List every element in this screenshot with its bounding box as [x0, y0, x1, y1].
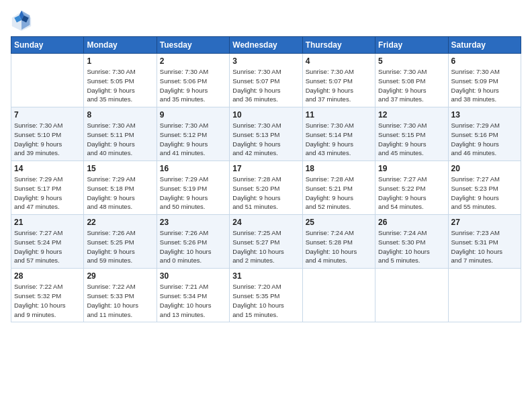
day-info: Sunrise: 7:30 AM Sunset: 5:10 PM Dayligh… — [14, 121, 81, 158]
calendar-cell — [448, 269, 521, 322]
day-info: Sunrise: 7:30 AM Sunset: 5:12 PM Dayligh… — [160, 121, 226, 158]
day-info: Sunrise: 7:30 AM Sunset: 5:07 PM Dayligh… — [232, 67, 299, 104]
day-info: Sunrise: 7:30 AM Sunset: 5:07 PM Dayligh… — [306, 67, 372, 104]
calendar-cell: 31Sunrise: 7:20 AM Sunset: 5:35 PM Dayli… — [230, 269, 302, 322]
calendar-cell: 4Sunrise: 7:30 AM Sunset: 5:07 PM Daylig… — [302, 54, 375, 107]
calendar-cell: 29Sunrise: 7:22 AM Sunset: 5:33 PM Dayli… — [84, 269, 157, 322]
header-day-thursday: Thursday — [302, 37, 375, 54]
calendar-cell: 19Sunrise: 7:27 AM Sunset: 5:22 PM Dayli… — [375, 161, 448, 215]
day-number: 21 — [14, 218, 81, 227]
day-info: Sunrise: 7:30 AM Sunset: 5:14 PM Dayligh… — [306, 121, 372, 158]
day-number: 2 — [160, 56, 226, 66]
page: SundayMondayTuesdayWednesdayThursdayFrid… — [0, 0, 532, 411]
day-number: 31 — [232, 271, 299, 281]
week-row-2: 7Sunrise: 7:30 AM Sunset: 5:10 PM Daylig… — [11, 107, 521, 161]
calendar-table: SundayMondayTuesdayWednesdayThursdayFrid… — [11, 36, 521, 322]
day-info: Sunrise: 7:30 AM Sunset: 5:08 PM Dayligh… — [378, 67, 445, 104]
day-info: Sunrise: 7:23 AM Sunset: 5:31 PM Dayligh… — [451, 228, 518, 265]
calendar-cell: 23Sunrise: 7:26 AM Sunset: 5:26 PM Dayli… — [157, 215, 229, 269]
calendar-cell: 10Sunrise: 7:30 AM Sunset: 5:13 PM Dayli… — [230, 107, 302, 161]
calendar-cell: 21Sunrise: 7:27 AM Sunset: 5:24 PM Dayli… — [11, 215, 84, 269]
day-info: Sunrise: 7:28 AM Sunset: 5:20 PM Dayligh… — [232, 175, 299, 212]
day-number: 17 — [232, 164, 299, 173]
logo-icon — [11, 9, 32, 31]
day-info: Sunrise: 7:30 AM Sunset: 5:09 PM Dayligh… — [451, 67, 518, 104]
day-number: 1 — [87, 56, 153, 66]
header-day-sunday: Sunday — [11, 37, 84, 54]
day-number: 3 — [232, 56, 299, 66]
header-day-saturday: Saturday — [448, 37, 521, 54]
day-number: 7 — [14, 110, 81, 120]
day-number: 13 — [451, 110, 518, 120]
day-info: Sunrise: 7:26 AM Sunset: 5:25 PM Dayligh… — [87, 228, 153, 265]
day-number: 28 — [14, 271, 81, 281]
day-info: Sunrise: 7:30 AM Sunset: 5:05 PM Dayligh… — [87, 67, 153, 104]
week-row-3: 14Sunrise: 7:29 AM Sunset: 5:17 PM Dayli… — [11, 161, 521, 215]
calendar-cell: 22Sunrise: 7:26 AM Sunset: 5:25 PM Dayli… — [84, 215, 157, 269]
week-row-4: 21Sunrise: 7:27 AM Sunset: 5:24 PM Dayli… — [11, 215, 521, 269]
calendar-cell: 8Sunrise: 7:30 AM Sunset: 5:11 PM Daylig… — [84, 107, 157, 161]
day-info: Sunrise: 7:29 AM Sunset: 5:19 PM Dayligh… — [160, 175, 226, 212]
day-info: Sunrise: 7:22 AM Sunset: 5:33 PM Dayligh… — [87, 282, 153, 319]
day-number: 27 — [451, 218, 518, 227]
calendar-cell: 27Sunrise: 7:23 AM Sunset: 5:31 PM Dayli… — [448, 215, 521, 269]
logo — [11, 9, 35, 31]
calendar-cell: 25Sunrise: 7:24 AM Sunset: 5:28 PM Dayli… — [302, 215, 375, 269]
calendar-cell — [11, 54, 84, 107]
day-number: 25 — [306, 218, 372, 227]
day-number: 23 — [160, 218, 226, 227]
header-day-tuesday: Tuesday — [157, 37, 229, 54]
day-info: Sunrise: 7:30 AM Sunset: 5:11 PM Dayligh… — [87, 121, 153, 158]
header-day-monday: Monday — [84, 37, 157, 54]
day-info: Sunrise: 7:27 AM Sunset: 5:22 PM Dayligh… — [378, 175, 445, 212]
day-info: Sunrise: 7:29 AM Sunset: 5:17 PM Dayligh… — [14, 175, 81, 212]
day-number: 26 — [378, 218, 445, 227]
calendar-cell: 13Sunrise: 7:29 AM Sunset: 5:16 PM Dayli… — [448, 107, 521, 161]
day-number: 16 — [160, 164, 226, 173]
calendar-cell: 28Sunrise: 7:22 AM Sunset: 5:32 PM Dayli… — [11, 269, 84, 322]
calendar-cell: 9Sunrise: 7:30 AM Sunset: 5:12 PM Daylig… — [157, 107, 229, 161]
calendar-cell: 30Sunrise: 7:21 AM Sunset: 5:34 PM Dayli… — [157, 269, 229, 322]
day-info: Sunrise: 7:22 AM Sunset: 5:32 PM Dayligh… — [14, 282, 81, 319]
day-info: Sunrise: 7:27 AM Sunset: 5:23 PM Dayligh… — [451, 175, 518, 212]
day-info: Sunrise: 7:26 AM Sunset: 5:26 PM Dayligh… — [160, 228, 226, 265]
calendar-cell: 6Sunrise: 7:30 AM Sunset: 5:09 PM Daylig… — [448, 54, 521, 107]
calendar-cell: 12Sunrise: 7:30 AM Sunset: 5:15 PM Dayli… — [375, 107, 448, 161]
day-info: Sunrise: 7:29 AM Sunset: 5:16 PM Dayligh… — [451, 121, 518, 158]
calendar-cell: 14Sunrise: 7:29 AM Sunset: 5:17 PM Dayli… — [11, 161, 84, 215]
day-number: 20 — [451, 164, 518, 173]
day-info: Sunrise: 7:29 AM Sunset: 5:18 PM Dayligh… — [87, 175, 153, 212]
calendar-cell: 17Sunrise: 7:28 AM Sunset: 5:20 PM Dayli… — [230, 161, 302, 215]
header-day-wednesday: Wednesday — [230, 37, 302, 54]
calendar-cell: 3Sunrise: 7:30 AM Sunset: 5:07 PM Daylig… — [230, 54, 302, 107]
calendar-cell: 1Sunrise: 7:30 AM Sunset: 5:05 PM Daylig… — [84, 54, 157, 107]
day-number: 29 — [87, 271, 153, 281]
day-number: 30 — [160, 271, 226, 281]
day-info: Sunrise: 7:28 AM Sunset: 5:21 PM Dayligh… — [306, 175, 372, 212]
header-row: SundayMondayTuesdayWednesdayThursdayFrid… — [11, 37, 521, 54]
calendar-cell: 18Sunrise: 7:28 AM Sunset: 5:21 PM Dayli… — [302, 161, 375, 215]
day-info: Sunrise: 7:30 AM Sunset: 5:13 PM Dayligh… — [232, 121, 299, 158]
day-number: 18 — [306, 164, 372, 173]
day-number: 24 — [232, 218, 299, 227]
day-number: 15 — [87, 164, 153, 173]
calendar-cell — [302, 269, 375, 322]
calendar-cell: 2Sunrise: 7:30 AM Sunset: 5:06 PM Daylig… — [157, 54, 229, 107]
day-number: 11 — [306, 110, 372, 120]
calendar-cell: 15Sunrise: 7:29 AM Sunset: 5:18 PM Dayli… — [84, 161, 157, 215]
calendar-cell: 11Sunrise: 7:30 AM Sunset: 5:14 PM Dayli… — [302, 107, 375, 161]
day-info: Sunrise: 7:27 AM Sunset: 5:24 PM Dayligh… — [14, 228, 81, 265]
day-number: 22 — [87, 218, 153, 227]
calendar-cell: 20Sunrise: 7:27 AM Sunset: 5:23 PM Dayli… — [448, 161, 521, 215]
week-row-5: 28Sunrise: 7:22 AM Sunset: 5:32 PM Dayli… — [11, 269, 521, 322]
calendar-cell: 24Sunrise: 7:25 AM Sunset: 5:27 PM Dayli… — [230, 215, 302, 269]
header-day-friday: Friday — [375, 37, 448, 54]
day-info: Sunrise: 7:30 AM Sunset: 5:15 PM Dayligh… — [378, 121, 445, 158]
day-number: 10 — [232, 110, 299, 120]
day-number: 8 — [87, 110, 153, 120]
calendar-cell: 26Sunrise: 7:24 AM Sunset: 5:30 PM Dayli… — [375, 215, 448, 269]
day-number: 9 — [160, 110, 226, 120]
day-info: Sunrise: 7:20 AM Sunset: 5:35 PM Dayligh… — [232, 282, 299, 319]
day-info: Sunrise: 7:24 AM Sunset: 5:30 PM Dayligh… — [378, 228, 445, 265]
day-number: 6 — [451, 56, 518, 66]
